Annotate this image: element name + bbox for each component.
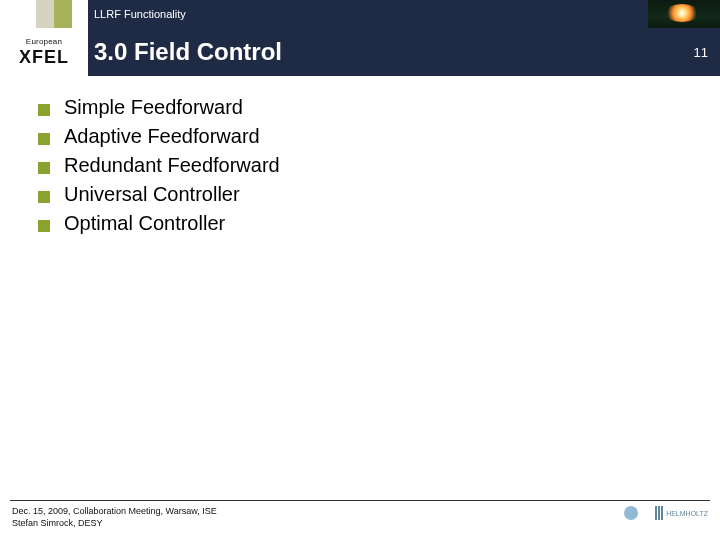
accent-band — [72, 0, 88, 28]
titlebar: European XFEL 3.0 Field Control 11 — [0, 28, 720, 76]
footer-line1: Dec. 15, 2009, Collaboration Meeting, Wa… — [12, 505, 217, 517]
topbar: LLRF Functionality — [0, 0, 720, 28]
footer: Dec. 15, 2009, Collaboration Meeting, Wa… — [0, 500, 720, 540]
logo-main-text: XFEL — [19, 47, 69, 68]
page-title: 3.0 Field Control — [88, 28, 648, 76]
footer-text: Dec. 15, 2009, Collaboration Meeting, Wa… — [12, 505, 217, 529]
bullet-square-icon — [38, 220, 50, 232]
list-item: Adaptive Feedforward — [38, 125, 678, 148]
bars-icon — [655, 506, 663, 520]
accent-band — [54, 0, 72, 28]
bullet-square-icon — [38, 191, 50, 203]
list-item: Redundant Feedforward — [38, 154, 678, 177]
list-item-label: Universal Controller — [64, 183, 240, 206]
list-item: Simple Feedforward — [38, 96, 678, 119]
footer-divider — [10, 500, 710, 501]
accent-band — [0, 0, 36, 28]
list-item-label: Redundant Feedforward — [64, 154, 280, 177]
page-number: 11 — [648, 28, 720, 76]
partner-logo-text: HELMHOLTZ — [666, 510, 708, 517]
circle-icon — [624, 506, 638, 520]
partner-logo-icon — [624, 506, 641, 520]
bullet-square-icon — [38, 104, 50, 116]
bullet-square-icon — [38, 133, 50, 145]
accent-band — [36, 0, 54, 28]
content: Simple Feedforward Adaptive Feedforward … — [38, 96, 678, 241]
slide: LLRF Functionality European XFEL 3.0 Fie… — [0, 0, 720, 540]
partner-logo-icon: HELMHOLTZ — [655, 506, 708, 520]
logo-top-text: European — [26, 37, 62, 46]
bullet-list: Simple Feedforward Adaptive Feedforward … — [38, 96, 678, 235]
bullet-square-icon — [38, 162, 50, 174]
xfel-logo: European XFEL — [0, 28, 88, 76]
list-item-label: Adaptive Feedforward — [64, 125, 260, 148]
list-item-label: Optimal Controller — [64, 212, 225, 235]
topbar-accent — [0, 0, 88, 28]
list-item: Optimal Controller — [38, 212, 678, 235]
light-glow-icon — [664, 4, 700, 22]
list-item-label: Simple Feedforward — [64, 96, 243, 119]
breadcrumb: LLRF Functionality — [88, 0, 648, 28]
footer-logos: HELMHOLTZ — [624, 506, 708, 520]
list-item: Universal Controller — [38, 183, 678, 206]
topbar-decor-image — [648, 0, 720, 28]
footer-line2: Stefan Simrock, DESY — [12, 517, 217, 529]
